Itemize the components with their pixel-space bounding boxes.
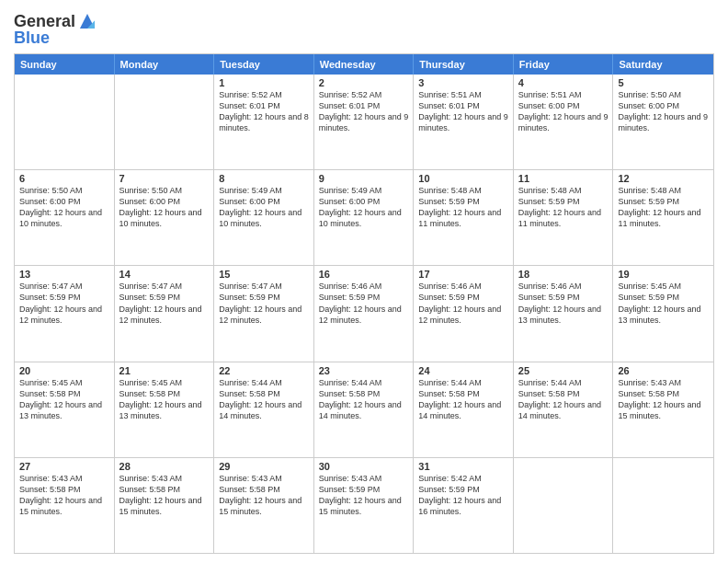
day-info: Sunrise: 5:48 AM Sunset: 5:59 PM Dayligh…	[518, 185, 609, 230]
empty-cell	[115, 75, 215, 169]
day-info: Sunrise: 5:50 AM Sunset: 6:00 PM Dayligh…	[618, 89, 709, 134]
day-info: Sunrise: 5:45 AM Sunset: 5:58 PM Dayligh…	[119, 377, 210, 422]
day-info: Sunrise: 5:51 AM Sunset: 6:00 PM Dayligh…	[518, 89, 609, 134]
day-number: 26	[618, 365, 709, 376]
day-number: 4	[518, 77, 609, 88]
day-info: Sunrise: 5:50 AM Sunset: 6:00 PM Dayligh…	[119, 185, 210, 230]
day-info: Sunrise: 5:48 AM Sunset: 5:59 PM Dayligh…	[418, 185, 508, 230]
day-info: Sunrise: 5:50 AM Sunset: 6:00 PM Dayligh…	[19, 185, 109, 230]
day-number: 22	[219, 365, 309, 376]
day-info: Sunrise: 5:52 AM Sunset: 6:01 PM Dayligh…	[319, 89, 409, 134]
day-cell-15: 15Sunrise: 5:47 AM Sunset: 5:59 PM Dayli…	[214, 266, 314, 361]
day-info: Sunrise: 5:43 AM Sunset: 5:58 PM Dayligh…	[219, 473, 309, 518]
day-number: 1	[219, 77, 309, 88]
day-info: Sunrise: 5:46 AM Sunset: 5:59 PM Dayligh…	[418, 281, 508, 326]
day-info: Sunrise: 5:49 AM Sunset: 6:00 PM Dayligh…	[319, 185, 409, 230]
day-info: Sunrise: 5:51 AM Sunset: 6:01 PM Dayligh…	[418, 89, 508, 134]
empty-cell	[613, 458, 713, 553]
day-cell-5: 5Sunrise: 5:50 AM Sunset: 6:00 PM Daylig…	[613, 75, 713, 169]
day-number: 13	[19, 269, 109, 280]
day-info: Sunrise: 5:44 AM Sunset: 5:58 PM Dayligh…	[518, 377, 609, 422]
day-number: 11	[518, 173, 609, 184]
day-number: 29	[219, 461, 309, 472]
day-number: 25	[518, 365, 609, 376]
day-number: 12	[618, 173, 709, 184]
day-number: 9	[319, 173, 409, 184]
logo-text-blue: Blue	[14, 29, 50, 48]
day-cell-3: 3Sunrise: 5:51 AM Sunset: 6:01 PM Daylig…	[414, 75, 514, 169]
empty-cell	[15, 75, 115, 169]
day-cell-14: 14Sunrise: 5:47 AM Sunset: 5:59 PM Dayli…	[115, 266, 215, 361]
calendar-body: 1Sunrise: 5:52 AM Sunset: 6:01 PM Daylig…	[15, 75, 713, 553]
day-cell-7: 7Sunrise: 5:50 AM Sunset: 6:00 PM Daylig…	[115, 170, 215, 265]
calendar-header: SundayMondayTuesdayWednesdayThursdayFrid…	[15, 54, 713, 75]
day-info: Sunrise: 5:44 AM Sunset: 5:58 PM Dayligh…	[418, 377, 508, 422]
day-cell-8: 8Sunrise: 5:49 AM Sunset: 6:00 PM Daylig…	[214, 170, 314, 265]
day-cell-19: 19Sunrise: 5:45 AM Sunset: 5:59 PM Dayli…	[613, 266, 713, 361]
day-info: Sunrise: 5:44 AM Sunset: 5:58 PM Dayligh…	[219, 377, 309, 422]
header-day-wednesday: Wednesday	[314, 54, 415, 75]
day-number: 18	[518, 269, 609, 280]
day-number: 10	[418, 173, 508, 184]
day-info: Sunrise: 5:43 AM Sunset: 5:58 PM Dayligh…	[618, 377, 709, 422]
calendar-row-2: 13Sunrise: 5:47 AM Sunset: 5:59 PM Dayli…	[15, 265, 713, 361]
day-number: 8	[219, 173, 309, 184]
calendar: SundayMondayTuesdayWednesdayThursdayFrid…	[14, 53, 714, 554]
day-cell-18: 18Sunrise: 5:46 AM Sunset: 5:59 PM Dayli…	[514, 266, 614, 361]
day-info: Sunrise: 5:44 AM Sunset: 5:58 PM Dayligh…	[319, 377, 409, 422]
logo: General Blue	[14, 13, 97, 48]
day-cell-1: 1Sunrise: 5:52 AM Sunset: 6:01 PM Daylig…	[214, 75, 314, 169]
day-cell-25: 25Sunrise: 5:44 AM Sunset: 5:58 PM Dayli…	[514, 362, 614, 457]
day-number: 16	[319, 269, 409, 280]
day-cell-24: 24Sunrise: 5:44 AM Sunset: 5:58 PM Dayli…	[414, 362, 514, 457]
day-number: 6	[19, 173, 109, 184]
day-info: Sunrise: 5:43 AM Sunset: 5:58 PM Dayligh…	[19, 473, 109, 518]
day-number: 27	[19, 461, 109, 472]
day-cell-22: 22Sunrise: 5:44 AM Sunset: 5:58 PM Dayli…	[214, 362, 314, 457]
day-cell-20: 20Sunrise: 5:45 AM Sunset: 5:58 PM Dayli…	[15, 362, 115, 457]
day-cell-28: 28Sunrise: 5:43 AM Sunset: 5:58 PM Dayli…	[115, 458, 215, 553]
day-number: 28	[119, 461, 210, 472]
day-number: 17	[418, 269, 508, 280]
header-day-friday: Friday	[514, 54, 614, 75]
day-number: 2	[319, 77, 409, 88]
day-info: Sunrise: 5:47 AM Sunset: 5:59 PM Dayligh…	[119, 281, 210, 326]
header-day-thursday: Thursday	[414, 54, 514, 75]
day-info: Sunrise: 5:47 AM Sunset: 5:59 PM Dayligh…	[219, 281, 309, 326]
day-number: 7	[119, 173, 210, 184]
day-number: 15	[219, 269, 309, 280]
day-cell-17: 17Sunrise: 5:46 AM Sunset: 5:59 PM Dayli…	[414, 266, 514, 361]
header-day-monday: Monday	[115, 54, 215, 75]
header-day-tuesday: Tuesday	[214, 54, 314, 75]
page-header: General Blue	[14, 9, 714, 48]
day-cell-21: 21Sunrise: 5:45 AM Sunset: 5:58 PM Dayli…	[115, 362, 215, 457]
day-cell-31: 31Sunrise: 5:42 AM Sunset: 5:59 PM Dayli…	[414, 458, 514, 553]
day-cell-30: 30Sunrise: 5:43 AM Sunset: 5:59 PM Dayli…	[314, 458, 415, 553]
day-number: 23	[319, 365, 409, 376]
day-number: 21	[119, 365, 210, 376]
day-number: 19	[618, 269, 709, 280]
day-info: Sunrise: 5:43 AM Sunset: 5:59 PM Dayligh…	[319, 473, 409, 518]
header-day-sunday: Sunday	[15, 54, 115, 75]
day-number: 14	[119, 269, 210, 280]
calendar-row-1: 6Sunrise: 5:50 AM Sunset: 6:00 PM Daylig…	[15, 169, 713, 265]
day-cell-23: 23Sunrise: 5:44 AM Sunset: 5:58 PM Dayli…	[314, 362, 415, 457]
day-number: 5	[618, 77, 709, 88]
day-info: Sunrise: 5:46 AM Sunset: 5:59 PM Dayligh…	[518, 281, 609, 326]
calendar-row-0: 1Sunrise: 5:52 AM Sunset: 6:01 PM Daylig…	[15, 75, 713, 169]
logo-icon	[77, 11, 97, 31]
day-cell-4: 4Sunrise: 5:51 AM Sunset: 6:00 PM Daylig…	[514, 75, 614, 169]
empty-cell	[514, 458, 614, 553]
day-cell-26: 26Sunrise: 5:43 AM Sunset: 5:58 PM Dayli…	[613, 362, 713, 457]
day-info: Sunrise: 5:49 AM Sunset: 6:00 PM Dayligh…	[219, 185, 309, 230]
day-info: Sunrise: 5:46 AM Sunset: 5:59 PM Dayligh…	[319, 281, 409, 326]
day-cell-9: 9Sunrise: 5:49 AM Sunset: 6:00 PM Daylig…	[314, 170, 415, 265]
day-number: 30	[319, 461, 409, 472]
day-info: Sunrise: 5:48 AM Sunset: 5:59 PM Dayligh…	[618, 185, 709, 230]
day-number: 20	[19, 365, 109, 376]
day-cell-13: 13Sunrise: 5:47 AM Sunset: 5:59 PM Dayli…	[15, 266, 115, 361]
day-cell-29: 29Sunrise: 5:43 AM Sunset: 5:58 PM Dayli…	[214, 458, 314, 553]
day-cell-16: 16Sunrise: 5:46 AM Sunset: 5:59 PM Dayli…	[314, 266, 415, 361]
day-info: Sunrise: 5:52 AM Sunset: 6:01 PM Dayligh…	[219, 89, 309, 134]
day-number: 3	[418, 77, 508, 88]
